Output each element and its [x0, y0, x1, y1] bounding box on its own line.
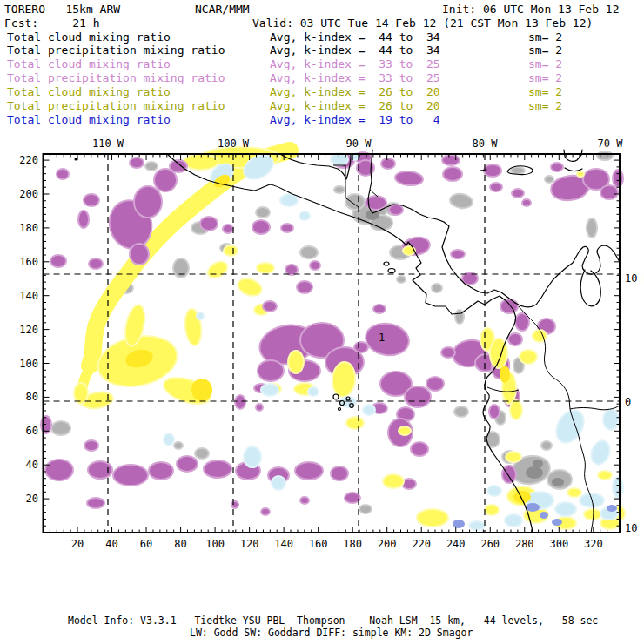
y-axis-tick-label: 160: [19, 256, 38, 268]
wrf-forecast-plot: TORERO 15km ARW NCAR/MMM Init: 06 UTC Mo…: [0, 0, 644, 644]
x-axis-tick-label: 260: [480, 538, 500, 550]
y-axis-tick-label: 20: [26, 493, 38, 505]
x-axis-tick-label: 200: [378, 538, 397, 550]
x-axis-tick-label: 140: [274, 538, 293, 550]
x-axis-tick-label: 280: [515, 538, 534, 550]
longitude-label: 70 W: [598, 138, 624, 150]
model-info-line-1: Model Info: V3.3.1 Tiedtke YSU PBL Thomp…: [68, 614, 598, 627]
small-map-dot: [75, 158, 77, 161]
y-axis-tick-label: 220: [19, 154, 38, 166]
x-axis-tick-label: 100: [205, 538, 225, 550]
x-axis-tick-label: 80: [174, 538, 186, 550]
latitude-label: 10 S: [625, 522, 644, 534]
lake-maracaibo-outline: [580, 270, 600, 306]
x-axis-tick-label: 60: [140, 538, 152, 550]
y-axis-tick-label: 60: [26, 425, 38, 437]
x-axis-tick-label: 320: [584, 538, 603, 550]
map-plot: 1 20406080100120140160180200220240260280…: [0, 0, 644, 644]
venezuela-coast-line: [515, 245, 620, 307]
model-info-line-2: LW: Godd SW: Goddard DIFF: simple KM: 2D…: [190, 627, 473, 639]
contour-value-label: 1: [379, 332, 385, 344]
x-axis-tick-label: 120: [240, 538, 259, 550]
longitude-label: 100 W: [218, 138, 250, 150]
x-axis-tick-label: 160: [309, 538, 328, 550]
longitude-label: 110 W: [92, 138, 124, 150]
latitude-label: 0: [625, 396, 631, 408]
nicaragua-lakes: [384, 262, 395, 273]
y-axis-tick-label: 80: [26, 391, 38, 403]
y-axis-tick-label: 140: [19, 290, 38, 302]
y-axis-tick-label: 180: [19, 222, 38, 234]
longitude-label: 90 W: [346, 138, 372, 150]
y-axis-tick-label: 40: [26, 459, 38, 471]
x-axis-tick-label: 40: [105, 538, 117, 550]
x-axis-tick-label: 220: [412, 538, 431, 550]
hispaniola-outline: [564, 150, 582, 171]
y-axis-tick-label: 100: [19, 358, 38, 370]
x-axis-tick-label: 20: [71, 538, 84, 550]
latitude-label: 10 N: [625, 272, 644, 285]
y-axis-tick-label: 200: [19, 188, 38, 200]
x-axis-tick-label: 240: [446, 538, 466, 550]
longitude-label: 80 W: [473, 138, 499, 150]
x-axis-tick-label: 180: [343, 538, 362, 550]
y-axis-tick-label: 120: [19, 324, 38, 336]
x-axis-tick-label: 300: [549, 538, 568, 550]
